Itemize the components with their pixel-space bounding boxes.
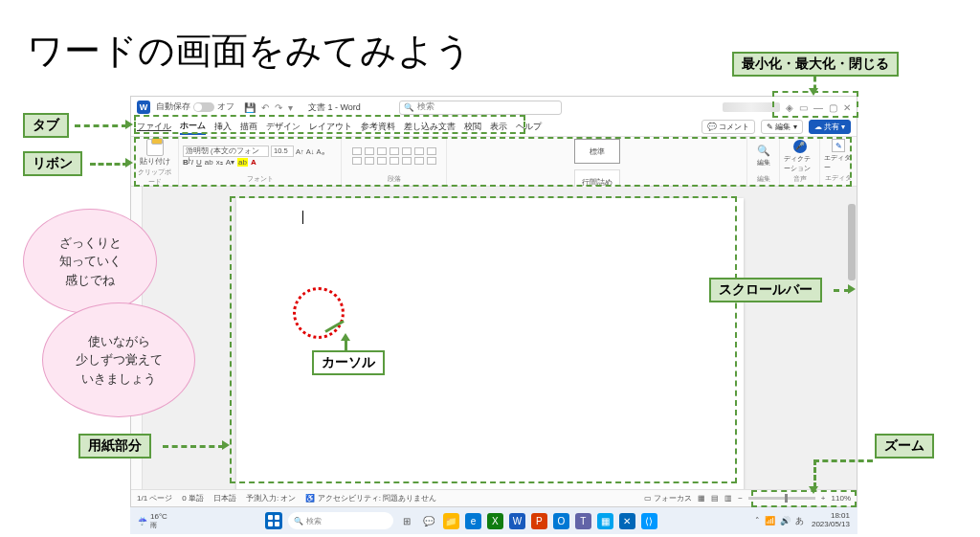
- arrow-paper: [163, 445, 224, 448]
- start-button[interactable]: [265, 512, 282, 529]
- style-normal[interactable]: 標準: [574, 139, 620, 164]
- show-marks-icon[interactable]: [427, 147, 436, 155]
- align-center-icon[interactable]: [365, 157, 374, 165]
- mic-icon[interactable]: 🎤: [793, 140, 807, 153]
- edge-icon[interactable]: e: [465, 513, 481, 529]
- toggle-off-icon[interactable]: [193, 102, 214, 112]
- diamond-icon[interactable]: ◈: [786, 102, 793, 113]
- bullets-icon[interactable]: [352, 147, 362, 155]
- volume-icon[interactable]: 🔊: [780, 516, 791, 526]
- view-web-icon[interactable]: ▥: [724, 494, 732, 503]
- status-ime[interactable]: 予測入力: オン: [246, 493, 296, 503]
- editing-mode-button[interactable]: ✎ 編集 ▾: [761, 120, 802, 134]
- zoom-in-button[interactable]: +: [821, 494, 826, 503]
- multilevel-icon[interactable]: [377, 147, 387, 155]
- zoom-slider[interactable]: [748, 497, 815, 500]
- qat-dropdown-icon[interactable]: ▾: [288, 102, 293, 113]
- tab-design[interactable]: デザイン: [266, 121, 301, 133]
- tab-home[interactable]: ホーム: [180, 120, 206, 135]
- align-right-icon[interactable]: [377, 157, 387, 165]
- clear-format-icon[interactable]: Aₐ: [317, 147, 324, 156]
- text-effects-icon[interactable]: A▾: [226, 158, 234, 167]
- status-lang[interactable]: 日本語: [213, 493, 236, 503]
- vertical-scrollbar[interactable]: [847, 194, 857, 481]
- weather-widget[interactable]: ☔ 16°C 雨: [138, 512, 167, 530]
- page[interactable]: [236, 198, 744, 489]
- focus-mode[interactable]: ▭ フォーカス: [644, 493, 692, 503]
- paste-label[interactable]: 貼り付け: [140, 157, 170, 167]
- align-left-icon[interactable]: [352, 157, 362, 165]
- minimize-button[interactable]: —: [813, 102, 823, 113]
- redo-icon[interactable]: ↷: [275, 102, 282, 113]
- teams-icon[interactable]: T: [575, 513, 591, 529]
- shading-icon[interactable]: [414, 157, 424, 165]
- editing-label[interactable]: 編集: [757, 158, 770, 168]
- sub-super-icon[interactable]: x₂: [216, 158, 223, 167]
- view-read-icon[interactable]: ▦: [698, 494, 705, 503]
- arrow-head: [125, 158, 133, 168]
- font-color-button[interactable]: A: [251, 158, 256, 167]
- task-view-icon[interactable]: ⊞: [399, 513, 415, 529]
- highlight-icon[interactable]: ab: [237, 158, 248, 167]
- status-a11y[interactable]: ♿ アクセシビリティ: 問題ありません: [305, 493, 436, 503]
- network-icon[interactable]: 📶: [765, 516, 775, 526]
- tab-layout[interactable]: レイアウト: [309, 121, 352, 133]
- borders-icon[interactable]: [427, 157, 436, 165]
- tab-draw[interactable]: 描画: [240, 121, 257, 133]
- app-icon-1[interactable]: ▦: [597, 513, 613, 529]
- font-name-select[interactable]: 游明朝 (本文のフォント: [183, 145, 269, 157]
- app-icon-2[interactable]: ✕: [619, 513, 635, 529]
- bold-button[interactable]: B: [183, 158, 189, 167]
- tab-references[interactable]: 参考資料: [361, 121, 395, 133]
- word-icon[interactable]: W: [509, 513, 525, 529]
- numbering-icon[interactable]: [365, 147, 374, 155]
- vscode-icon[interactable]: ⟨⟩: [641, 513, 657, 529]
- autosave-toggle[interactable]: 自動保存 オフ: [156, 101, 234, 113]
- italic-button[interactable]: I: [191, 158, 193, 167]
- editor-label[interactable]: エディター: [824, 153, 853, 172]
- indent-inc-icon[interactable]: [402, 147, 412, 155]
- line-spacing-icon[interactable]: [402, 157, 412, 165]
- dictation-label[interactable]: ディクテーション: [784, 154, 815, 173]
- zoom-out-button[interactable]: −: [738, 494, 743, 503]
- zoom-value[interactable]: 110%: [832, 494, 851, 503]
- maximize-button[interactable]: ▢: [829, 102, 837, 113]
- indent-dec-icon[interactable]: [390, 147, 399, 155]
- view-print-icon[interactable]: ▤: [711, 494, 719, 503]
- strike-button[interactable]: ab: [205, 158, 213, 167]
- find-icon[interactable]: 🔍: [757, 145, 770, 157]
- shrink-font-icon[interactable]: A↓: [306, 147, 315, 156]
- paste-icon[interactable]: [146, 139, 164, 156]
- editor-icon[interactable]: ✎: [832, 139, 845, 152]
- scroll-thumb[interactable]: [848, 204, 856, 280]
- underline-button[interactable]: U: [196, 158, 202, 167]
- explorer-icon[interactable]: 📁: [443, 513, 459, 529]
- ime-indicator[interactable]: あ: [795, 515, 804, 527]
- status-words[interactable]: 0 単語: [182, 493, 204, 503]
- tab-help[interactable]: ヘルプ: [516, 121, 542, 133]
- taskbar-search[interactable]: 🔍検索: [288, 512, 393, 529]
- save-icon[interactable]: 💾: [244, 102, 256, 113]
- share-button[interactable]: ☁ 共有 ▾: [809, 120, 851, 134]
- sort-icon[interactable]: [414, 147, 424, 155]
- tab-review[interactable]: 校閲: [464, 121, 481, 133]
- powerpoint-icon[interactable]: P: [531, 513, 547, 529]
- comment-button[interactable]: 💬 コメント: [702, 120, 755, 134]
- tray-chevron-icon[interactable]: ˄: [755, 516, 760, 526]
- excel-icon[interactable]: X: [487, 513, 503, 529]
- outlook-icon[interactable]: O: [553, 513, 569, 529]
- widgets-icon[interactable]: 💬: [421, 513, 437, 529]
- status-page[interactable]: 1/1 ページ: [137, 493, 172, 503]
- search-box[interactable]: 🔍 検索: [399, 101, 562, 115]
- tab-mailings[interactable]: 差し込み文書: [404, 121, 456, 133]
- tray-icon[interactable]: ▭: [799, 102, 808, 113]
- clock[interactable]: 18:01 2023/05/13: [812, 512, 850, 529]
- tab-view[interactable]: 表示: [490, 121, 507, 133]
- close-button[interactable]: ✕: [843, 102, 851, 113]
- undo-icon[interactable]: ↶: [261, 102, 269, 113]
- justify-icon[interactable]: [390, 157, 399, 165]
- font-size-select[interactable]: 10.5: [271, 145, 294, 157]
- grow-font-icon[interactable]: A↑: [296, 147, 304, 156]
- tab-file[interactable]: ファイル: [137, 121, 171, 133]
- tab-insert[interactable]: 挿入: [214, 121, 232, 133]
